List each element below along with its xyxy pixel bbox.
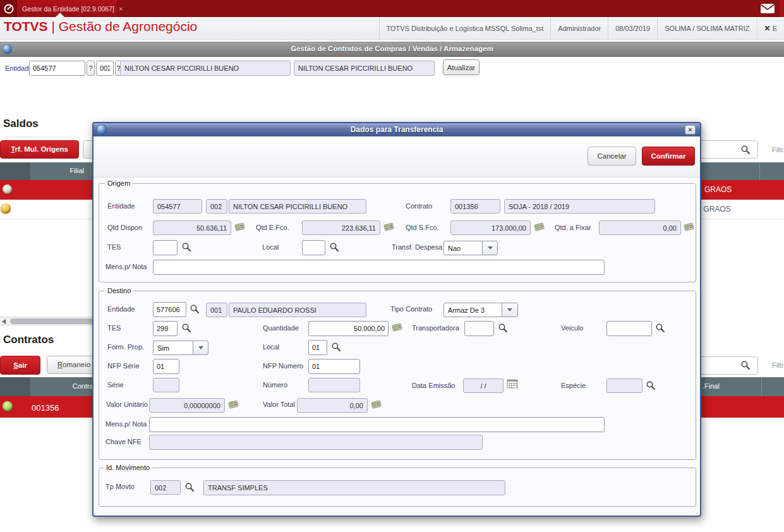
valor-unitario-calculator-icon[interactable] (228, 399, 239, 411)
origem-tes-input[interactable] (153, 240, 178, 255)
dialog-title: Dados para Transferencia (93, 125, 700, 134)
origem-local-lookup-icon[interactable] (329, 242, 339, 255)
user-label: Administrador (550, 17, 608, 39)
entity-store-input[interactable] (96, 61, 114, 76)
dialog-close-button[interactable]: × (685, 125, 696, 135)
quantidade-calculator-icon[interactable] (392, 322, 402, 334)
saldos-header-separator (90, 162, 91, 180)
transportadora-input[interactable] (464, 321, 494, 336)
origem-entidade-label: Entidade (107, 202, 135, 210)
qtd-dispon-calculator-icon[interactable] (234, 222, 245, 234)
origem-tes-lookup-icon[interactable] (181, 242, 191, 255)
origem-legend: Origem (105, 179, 133, 187)
destino-entidade-label: Entidade (107, 305, 135, 313)
mail-icon[interactable] (760, 3, 775, 14)
origem-contrato-label: Contrato (406, 202, 432, 210)
toolbar-title: Gestão de Contratos de Compras / Vendas … (0, 45, 784, 52)
app-header: TOTVS | Gestão de Agronegócio TOTVS Dist… (0, 17, 784, 40)
nfp-numero-input[interactable] (308, 359, 360, 374)
destino-mens-label: Mens.p/ Nota (106, 420, 147, 428)
saldos-row2-status-orb (1, 203, 11, 214)
contratos-row-number: 001356 (32, 403, 59, 413)
transportadora-lookup-icon[interactable] (498, 323, 508, 336)
especie-lookup-icon[interactable] (646, 380, 656, 393)
origem-tes-label: TES (107, 243, 121, 251)
qtd-efco-calculator-icon[interactable] (383, 222, 394, 234)
origem-contrato-code-field: 001356 (450, 199, 500, 214)
valor-unitario-label: Valor Unitário (106, 401, 148, 408)
transf-despesa-select[interactable]: Nao (443, 241, 483, 255)
veiculo-lookup-icon[interactable] (655, 323, 665, 336)
destino-local-lookup-icon[interactable] (331, 342, 341, 354)
tp-movto-code-field: 002 (150, 480, 181, 495)
app-close-button[interactable]: ✕ E (757, 17, 784, 39)
saldos-search-icon[interactable] (740, 145, 751, 157)
saldos-table-header-first-col[interactable] (0, 162, 30, 180)
saldos-col-filial[interactable]: Filial (35, 167, 84, 174)
scrollbar-left-arrow[interactable] (2, 319, 6, 324)
numero-field (308, 378, 360, 392)
destino-legend: Destino (105, 287, 133, 294)
movimento-legend: Id. Movimento (104, 464, 152, 471)
saldos-row1-product: GRAOS (704, 185, 732, 194)
qtd-fixar-calculator-icon[interactable] (684, 222, 694, 234)
tp-movto-label: Tp Movto (106, 483, 135, 490)
contratos-table-header-first-col[interactable] (0, 377, 30, 396)
valor-unitario-field: 0,00000000 (149, 398, 225, 413)
veiculo-label: Veiculo (561, 324, 583, 332)
saldos-row1-status-orb (3, 184, 12, 194)
nfp-serie-input[interactable] (153, 359, 179, 374)
destino-tes-lookup-icon[interactable] (181, 323, 191, 336)
origem-local-input[interactable] (302, 240, 325, 255)
scrollbar-thumb[interactable] (10, 318, 93, 324)
tab-title: Gestor da Entidade [02.9.0067] (22, 5, 114, 13)
entity-code-input[interactable] (29, 61, 85, 76)
trf-mul-origens-button[interactable]: Trf. Mul. Origens (0, 140, 79, 159)
quantidade-input[interactable] (308, 321, 389, 336)
refresh-button[interactable]: Atualizar (443, 59, 479, 75)
contratos-col-final[interactable]: .Final (703, 382, 720, 390)
transf-despesa-dropdown-arrow[interactable] (482, 241, 498, 255)
data-emissao-field: / / (463, 378, 504, 393)
contratos-section-title: Contratos (3, 334, 54, 346)
nfp-numero-label: NFP Numero (263, 362, 303, 370)
tipo-contrato-select[interactable]: Armaz De 3 (443, 303, 502, 317)
destino-entidade-lookup-icon[interactable] (190, 304, 200, 317)
close-x-icon[interactable]: ✕ (764, 24, 771, 33)
contratos-header-separator (761, 377, 762, 396)
veiculo-input[interactable] (606, 321, 652, 336)
dialog-titlebar[interactable]: Dados para Transferencia (93, 123, 700, 137)
tab-close-icon[interactable]: × (119, 5, 123, 13)
form-prop-select[interactable]: Sim (153, 341, 193, 355)
saldos-horizontal-scrollbar[interactable] (0, 317, 101, 325)
confirm-button[interactable]: Confirmar (642, 147, 695, 166)
entity-label: Entidade (5, 64, 32, 72)
destino-local-input[interactable] (308, 340, 327, 355)
screen: Gestor da Entidade [02.9.0067] × TOTVS |… (0, 0, 784, 532)
environment-label: TOTVS Distribuição e Logística MSSQL Sol… (379, 17, 551, 39)
form-prop-dropdown-arrow[interactable] (193, 341, 208, 355)
cancel-button[interactable]: Cancelar (588, 147, 636, 166)
origem-mens-input[interactable] (153, 260, 605, 275)
transfer-dialog: Dados para Transferencia × Cancelar Conf… (92, 122, 701, 517)
qtd-sfco-calculator-icon[interactable] (534, 222, 545, 234)
contratos-search-icon[interactable] (740, 360, 751, 373)
origem-entidade-code-field: 054577 (153, 199, 202, 214)
quantidade-label: Quantidade (263, 324, 299, 332)
tp-movto-lookup-icon[interactable] (184, 482, 195, 495)
sair-button[interactable]: Sair (0, 356, 40, 375)
destino-local-label: Local (263, 343, 279, 351)
data-emissao-calendar-icon[interactable] (507, 379, 518, 391)
contratos-col-contrato[interactable]: Contrato (29, 382, 99, 390)
destino-tes-input[interactable] (153, 321, 178, 336)
destino-mens-input[interactable] (149, 417, 605, 432)
tab-notch (56, 13, 64, 17)
tab-gestor-entidade[interactable]: Gestor da Entidade [02.9.0067] × (17, 0, 117, 17)
entity-name-copy-field: NILTON CESAR PICCIRILLI BUENO (294, 61, 435, 76)
tipo-contrato-dropdown-arrow[interactable] (502, 303, 518, 317)
destino-tes-label: TES (107, 324, 121, 332)
destino-entidade-input[interactable] (153, 302, 186, 317)
qtd-fixar-field: 0,00 (599, 221, 681, 235)
entity-code-help-button[interactable]: ? (87, 61, 95, 76)
valor-total-calculator-icon[interactable] (371, 399, 382, 411)
